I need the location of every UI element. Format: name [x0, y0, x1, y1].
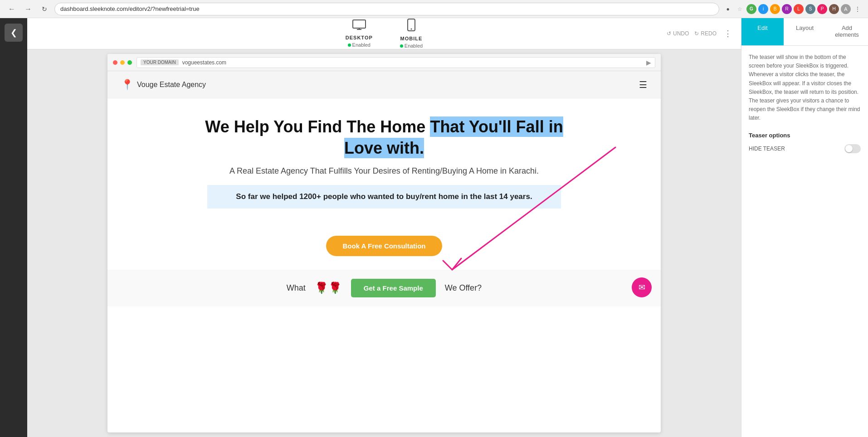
preview-url: vogueestates.com [182, 59, 226, 66]
desktop-status-dot [348, 44, 351, 47]
undo-icon: ↺ [667, 30, 671, 37]
undo-redo-group: ↺ UNDO ↻ REDO [667, 30, 717, 37]
tab-add-elements[interactable]: Add elements [826, 18, 868, 45]
domain-badge: YOUR DOMAIN [141, 59, 179, 65]
ext-6: S [805, 4, 815, 14]
hide-teaser-row: HIDE TEASER [749, 144, 861, 153]
editor-panel: ❮ [0, 18, 27, 437]
cta-section: Book A Free Consultation [107, 222, 661, 270]
desktop-status: Enabled [348, 42, 371, 48]
tab-edit[interactable]: Edit [741, 18, 784, 45]
book-consultation-button[interactable]: Book A Free Consultation [326, 236, 442, 256]
mobile-status-dot [400, 44, 403, 48]
address-bar[interactable] [54, 3, 719, 15]
preview-area: DESKTOP Enabled MOBILE Enabled [27, 18, 741, 437]
browser-preview-window: YOUR DOMAIN vogueestates.com ▶ 📍 Vouge E… [107, 54, 661, 432]
browser-dots [113, 60, 132, 65]
more-menu-button[interactable]: ⋮ [724, 29, 732, 39]
hide-teaser-label: HIDE TEASER [749, 146, 785, 152]
agency-name: Vouge Estate Agency [137, 81, 206, 89]
ext-3: B [770, 4, 780, 14]
reload-button[interactable]: ↻ [38, 3, 51, 15]
teaser-options-title: Teaser options [749, 132, 861, 139]
desktop-icon [352, 19, 366, 33]
more-options-icon[interactable]: ⋮ [853, 4, 863, 14]
preview-toolbar: DESKTOP Enabled MOBILE Enabled [27, 18, 741, 49]
mobile-icon [407, 19, 415, 34]
email-icon: ✉ [639, 282, 645, 292]
desktop-label: DESKTOP [346, 35, 373, 40]
dot-green [127, 60, 132, 65]
website-content: 📍 Vouge Estate Agency ☰ We Help You Find… [107, 71, 661, 432]
ext-1: G [746, 4, 756, 14]
ext-4: R [782, 4, 792, 14]
mobile-label: MOBILE [400, 36, 423, 41]
hero-title-part1: We Help You Find The Home [205, 117, 430, 136]
hero-section: We Help You Find The Home That You'll Fa… [107, 98, 661, 222]
ext-7: P [817, 4, 827, 14]
editor-toggle-button[interactable]: ❮ [5, 24, 23, 42]
preview-browser-bar: YOUR DOMAIN vogueestates.com ▶ [107, 54, 661, 71]
browser-actions: ● ☆ G i B R L S P H A ⋮ [723, 4, 863, 14]
tab-layout[interactable]: Layout [784, 18, 826, 45]
undo-button[interactable]: ↺ UNDO [667, 30, 689, 37]
redo-button[interactable]: ↻ REDO [694, 30, 717, 37]
ext-8: H [829, 4, 839, 14]
forward-button[interactable]: → [22, 3, 34, 15]
hero-title: We Help You Find The Home That You'll Fa… [203, 117, 566, 159]
hamburger-icon[interactable]: ☰ [639, 79, 647, 90]
mobile-status: Enabled [400, 43, 423, 49]
site-nav: 📍 Vouge Estate Agency ☰ [107, 71, 661, 98]
desktop-device-option[interactable]: DESKTOP Enabled [346, 19, 373, 48]
avatar: A [841, 4, 851, 14]
section-text2: We Offer? [445, 283, 482, 293]
sidebar-tabs: Edit Layout Add elements [741, 18, 868, 46]
svg-rect-0 [353, 20, 366, 28]
svg-point-2 [410, 29, 412, 30]
hide-teaser-toggle[interactable] [844, 144, 861, 153]
sidebar-description: The teaser will show in the bottom of th… [749, 53, 861, 123]
hero-stat-box: So far we helped 1200+ people who wanted… [207, 185, 561, 209]
location-icon: 📍 [121, 79, 133, 91]
site-logo: 📍 Vouge Estate Agency [121, 79, 206, 91]
dot-yellow [120, 60, 125, 65]
preview-url-icon: ▶ [646, 59, 651, 66]
hero-stat: So far we helped 1200+ people who wanted… [216, 192, 552, 201]
flower-emoji: 🌹🌹 [315, 282, 342, 294]
email-bubble[interactable]: ✉ [632, 277, 652, 297]
hero-subtitle: A Real Estate Agency That Fulfills Your … [121, 166, 647, 176]
sidebar-content: The teaser will show in the bottom of th… [741, 46, 868, 437]
back-button[interactable]: ← [5, 3, 18, 15]
toggle-icon: ❮ [10, 28, 17, 38]
section-bottom: What 🌹🌹 Get a Free Sample We Offer? ✉ [107, 270, 661, 306]
get-sample-button[interactable]: Get a Free Sample [351, 279, 436, 297]
redo-icon: ↻ [694, 30, 699, 37]
section-text: What [287, 283, 306, 293]
preview-address-bar: YOUR DOMAIN vogueestates.com ▶ [137, 57, 655, 68]
main-layout: ❮ DESKTOP Enabled [0, 18, 868, 437]
star-icon: ☆ [735, 4, 745, 14]
ext-2: i [758, 4, 768, 14]
mobile-device-option[interactable]: MOBILE Enabled [400, 19, 423, 49]
toolbar-right: ↺ UNDO ↻ REDO ⋮ [667, 29, 732, 39]
ext-5: L [794, 4, 804, 14]
right-sidebar: Edit Layout Add elements The teaser will… [741, 18, 868, 437]
key-icon: ● [723, 4, 733, 14]
dot-red [113, 60, 117, 65]
browser-chrome: ← → ↻ ● ☆ G i B R L S P H A ⋮ [0, 0, 868, 18]
